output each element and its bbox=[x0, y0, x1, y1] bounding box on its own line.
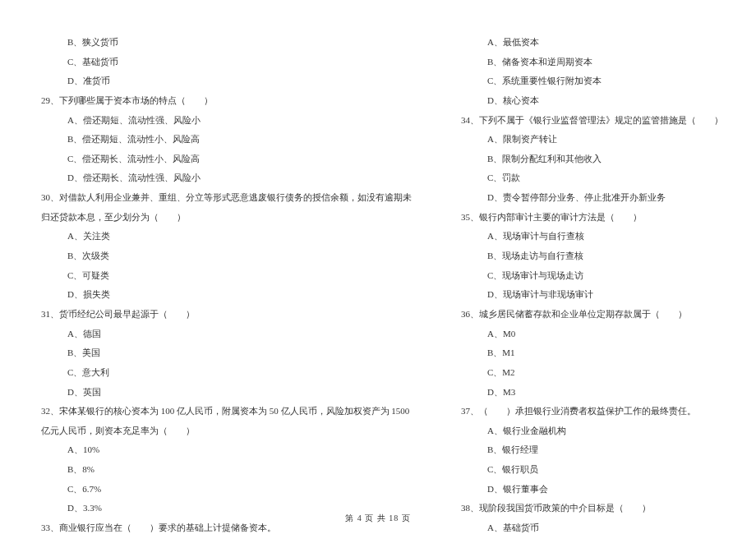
question-34: 34、下列不属于《银行业监督管理法》规定的监管措施是（ ） bbox=[461, 111, 723, 131]
option: B、8% bbox=[41, 460, 412, 480]
option: A、关注类 bbox=[41, 227, 412, 246]
option: C、M2 bbox=[461, 363, 723, 383]
option: A、M0 bbox=[461, 325, 723, 344]
option: D、银行董事会 bbox=[461, 480, 723, 499]
option: D、损失类 bbox=[41, 285, 412, 305]
two-column-layout: B、狭义货币 C、基础货币 D、准货币 29、下列哪些属于资本市场的特点（ ） … bbox=[41, 33, 715, 501]
option: B、限制分配红利和其他收入 bbox=[461, 150, 723, 169]
question-30-line1: 30、对借款人利用企业兼并、重组、分立等形式恶意逃废银行债务的授信余额，如没有逾… bbox=[41, 188, 412, 208]
option: B、银行经理 bbox=[461, 440, 723, 460]
option: B、储备资本和逆周期资本 bbox=[461, 53, 723, 72]
right-column: A、最低资本 B、储备资本和逆周期资本 C、系统重要性银行附加资本 D、核心资本… bbox=[461, 33, 723, 501]
option: C、罚款 bbox=[461, 168, 723, 188]
option: B、狭义货币 bbox=[41, 33, 412, 53]
option: D、准货币 bbox=[41, 71, 412, 91]
question-32-line1: 32、宋体某银行的核心资本为 100 亿人民币，附属资本为 50 亿人民币，风险… bbox=[41, 402, 412, 421]
option: B、M1 bbox=[461, 343, 723, 363]
question-29: 29、下列哪些属于资本市场的特点（ ） bbox=[41, 91, 412, 111]
option: B、偿还期短、流动性小、风险高 bbox=[41, 130, 412, 150]
left-column: B、狭义货币 C、基础货币 D、准货币 29、下列哪些属于资本市场的特点（ ） … bbox=[41, 33, 412, 501]
option: B、美国 bbox=[41, 343, 412, 363]
option: C、可疑类 bbox=[41, 266, 412, 286]
option: C、基础货币 bbox=[41, 53, 412, 72]
question-30-line2: 归还贷款本息，至少划分为（ ） bbox=[41, 208, 412, 228]
option: D、M3 bbox=[461, 383, 723, 403]
option: D、核心资本 bbox=[461, 91, 723, 111]
option: D、责令暂停部分业务、停止批准开办新业务 bbox=[461, 188, 723, 208]
option: A、限制资产转让 bbox=[461, 130, 723, 150]
option: C、意大利 bbox=[41, 363, 412, 383]
option: C、6.7% bbox=[41, 480, 412, 499]
option: D、英国 bbox=[41, 383, 412, 403]
option: A、偿还期短、流动性强、风险小 bbox=[41, 111, 412, 131]
option: A、最低资本 bbox=[461, 33, 723, 53]
question-35: 35、银行内部审计主要的审计方法是（ ） bbox=[461, 208, 723, 228]
question-31: 31、货币经纪公司最早起源于（ ） bbox=[41, 305, 412, 325]
question-37: 37、（ ）承担银行业消费者权益保护工作的最终责任。 bbox=[461, 402, 723, 421]
option: D、偿还期长、流动性强、风险小 bbox=[41, 168, 412, 188]
option: C、偿还期长、流动性小、风险高 bbox=[41, 150, 412, 169]
option: A、10% bbox=[41, 440, 412, 460]
question-36: 36、城乡居民储蓄存款和企业单位定期存款属于（ ） bbox=[461, 305, 723, 325]
option: B、次级类 bbox=[41, 246, 412, 266]
option: B、现场走访与自行查核 bbox=[461, 246, 723, 266]
option: C、现场审计与现场走访 bbox=[461, 266, 723, 286]
option: A、德国 bbox=[41, 325, 412, 344]
option: D、现场审计与非现场审计 bbox=[461, 285, 723, 305]
option: A、银行业金融机构 bbox=[461, 421, 723, 441]
page-footer: 第 4 页 共 18 页 bbox=[0, 513, 756, 524]
option: A、现场审计与自行查核 bbox=[461, 227, 723, 246]
option: C、银行职员 bbox=[461, 460, 723, 480]
option: C、系统重要性银行附加资本 bbox=[461, 71, 723, 91]
question-32-line2: 亿元人民币，则资本充足率为（ ） bbox=[41, 421, 412, 441]
